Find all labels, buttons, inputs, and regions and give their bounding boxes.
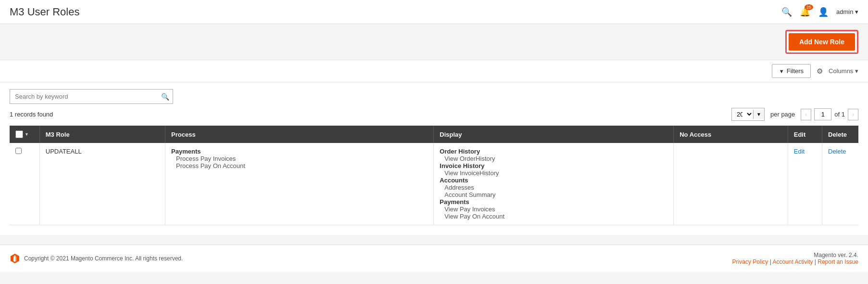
- per-page-wrapper: 20 50 100 200 ▼: [731, 108, 765, 121]
- table-row: UPDATEALL Payments Process Pay Invoices …: [10, 143, 858, 225]
- table-header: ▼ M3 Role Process Display No Access Edit…: [10, 126, 858, 143]
- per-page-select[interactable]: 20 50 100 200: [732, 108, 753, 120]
- filters-button[interactable]: ▼ Filters: [772, 64, 811, 78]
- th-display: Display: [434, 126, 674, 143]
- privacy-policy-link[interactable]: Privacy Policy: [732, 258, 768, 265]
- magento-logo: [10, 253, 20, 264]
- th-process: Process: [165, 126, 434, 143]
- add-new-role-button[interactable]: Add New Role: [789, 33, 855, 51]
- row-m3-role-cell: UPDATEALL: [39, 143, 165, 225]
- records-found-text: 1 records found: [10, 111, 53, 118]
- prev-page-button[interactable]: ‹: [801, 109, 811, 120]
- row-checkbox-cell: [10, 143, 39, 225]
- account-activity-link[interactable]: Account Activity: [772, 258, 813, 265]
- process-group-title: Payments: [171, 148, 428, 155]
- th-m3-role: M3 Role: [39, 126, 165, 143]
- per-page-label: per page: [770, 111, 795, 118]
- th-no-access: No Access: [674, 126, 788, 143]
- footer-links: Privacy Policy | Account Activity | Repo…: [732, 258, 858, 265]
- display-group-accounts: Accounts: [440, 177, 667, 184]
- add-role-button-wrapper: Add New Role: [785, 30, 858, 54]
- current-page-input[interactable]: 1: [814, 108, 831, 120]
- display-item-account-summary: Account Summary: [440, 191, 667, 198]
- footer-left: Copyright © 2021 Magento Commerce Inc. A…: [10, 253, 183, 264]
- notification-badge: 25: [805, 4, 813, 10]
- records-info-bar: 1 records found 20 50 100 200 ▼ per page…: [10, 108, 858, 121]
- roles-table: ▼ M3 Role Process Display No Access Edit…: [10, 126, 858, 225]
- th-checkbox: ▼: [10, 126, 39, 143]
- row-no-access-cell: [674, 143, 788, 225]
- version-label: ver. 2.4.: [838, 252, 858, 258]
- display-item-view-pay-on-account: View Pay On Account: [440, 213, 667, 220]
- checkbox-dropdown-arrow[interactable]: ▼: [25, 132, 29, 137]
- magento-label: Magento: [814, 252, 836, 258]
- admin-label[interactable]: admin ▾: [836, 8, 858, 15]
- process-item: Process Pay Invoices: [171, 155, 428, 162]
- table-body: UPDATEALL Payments Process Pay Invoices …: [10, 143, 858, 225]
- table-header-row: ▼ M3 Role Process Display No Access Edit…: [10, 126, 858, 143]
- edit-button[interactable]: Edit: [794, 148, 805, 155]
- search-area: 🔍: [10, 82, 858, 108]
- page-title: M3 User Roles: [10, 6, 79, 18]
- footer-copyright: Copyright © 2021 Magento Commerce Inc. A…: [24, 255, 183, 262]
- process-item: Process Pay On Account: [171, 162, 428, 169]
- per-page-dropdown-button[interactable]: ▼: [753, 110, 764, 119]
- row-checkbox[interactable]: [15, 148, 22, 154]
- footer: Copyright © 2021 Magento Commerce Inc. A…: [0, 245, 868, 272]
- search-input[interactable]: [10, 89, 173, 104]
- display-item-view-invoice-history: View InvoiceHistory: [440, 169, 667, 177]
- row-delete-cell: Delete: [822, 143, 859, 225]
- display-item-view-order-history: View OrderHistory: [440, 155, 667, 162]
- main-content: 🔍 1 records found 20 50 100 200 ▼ per pa…: [0, 82, 868, 235]
- display-group-order-history: Order History: [440, 148, 667, 155]
- user-icon: 👤: [818, 7, 829, 17]
- delete-button[interactable]: Delete: [828, 148, 846, 155]
- report-issue-link[interactable]: Report an Issue: [818, 258, 858, 265]
- search-icon[interactable]: 🔍: [781, 7, 792, 17]
- footer-right: Magento ver. 2.4. Privacy Policy | Accou…: [732, 252, 858, 265]
- display-group-invoice-history: Invoice History: [440, 162, 667, 169]
- total-pages-label: of 1: [834, 111, 845, 118]
- display-item-addresses: Addresses: [440, 184, 667, 191]
- pagination-area: 20 50 100 200 ▼ per page ‹ 1 of 1 ›: [731, 108, 858, 121]
- search-submit-button[interactable]: 🔍: [161, 93, 169, 101]
- display-group-payments: Payments: [440, 198, 667, 206]
- gear-icon: ⚙: [817, 67, 823, 76]
- th-edit: Edit: [788, 126, 822, 143]
- role-name: UPDATEALL: [46, 148, 82, 155]
- th-delete: Delete: [822, 126, 859, 143]
- row-display-cell: Order History View OrderHistory Invoice …: [434, 143, 674, 225]
- search-wrapper: 🔍: [10, 89, 173, 104]
- filter-bar: ▼ Filters ⚙ Columns ▾: [0, 60, 868, 82]
- top-header: M3 User Roles 🔍 🔔 25 👤 admin ▾: [0, 0, 868, 24]
- select-all-checkbox[interactable]: [15, 130, 23, 138]
- next-page-button[interactable]: ›: [848, 109, 858, 120]
- columns-button[interactable]: Columns ▾: [829, 67, 858, 75]
- display-item-view-pay-invoices: View Pay Invoices: [440, 206, 667, 213]
- magento-version: Magento ver. 2.4.: [732, 252, 858, 258]
- filters-label: Filters: [787, 67, 804, 75]
- filter-icon: ▼: [779, 68, 784, 74]
- action-bar: Add New Role: [0, 24, 868, 60]
- row-edit-cell: Edit: [788, 143, 822, 225]
- notification-icon[interactable]: 🔔 25: [800, 7, 810, 17]
- header-right: 🔍 🔔 25 👤 admin ▾: [781, 7, 858, 17]
- row-process-cell: Payments Process Pay Invoices Process Pa…: [165, 143, 434, 225]
